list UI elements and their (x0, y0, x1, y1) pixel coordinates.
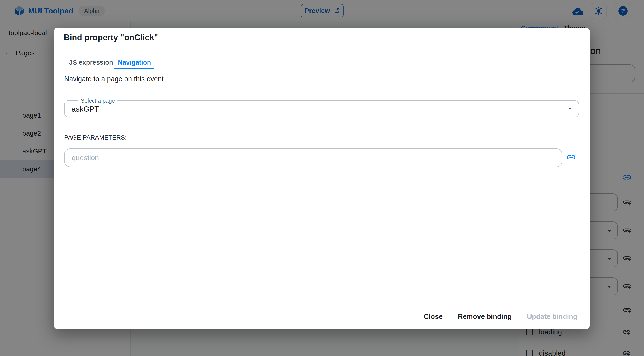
link-icon (566, 152, 576, 162)
dialog-description: Navigate to a page on this event (64, 75, 164, 83)
select-page-value: askGPT (72, 105, 99, 113)
close-button[interactable]: Close (419, 310, 448, 323)
tabs-divider (54, 69, 590, 69)
select-page-field[interactable]: Select a page askGPT (64, 100, 579, 118)
dropdown-arrow-icon (566, 105, 574, 113)
tab-js-expression[interactable]: JS expression (69, 59, 113, 66)
app-root: MUI Toolpad Alpha Preview ? toolpad-loca… (0, 0, 644, 356)
tab-navigation[interactable]: Navigation (118, 59, 151, 66)
update-binding-button[interactable]: Update binding (522, 310, 582, 323)
bind-parameter-button[interactable] (565, 151, 577, 164)
parameter-question-input[interactable] (64, 148, 562, 167)
dialog-footer: Close Remove binding Update binding (419, 310, 582, 324)
dialog-title: Bind property "onClick" (64, 33, 158, 42)
select-page-label: Select a page (78, 98, 117, 104)
remove-binding-button[interactable]: Remove binding (453, 310, 516, 323)
bind-property-dialog: Bind property "onClick" JS expression Na… (54, 28, 590, 330)
page-parameters-heading: PAGE PARAMETERS: (64, 134, 127, 141)
